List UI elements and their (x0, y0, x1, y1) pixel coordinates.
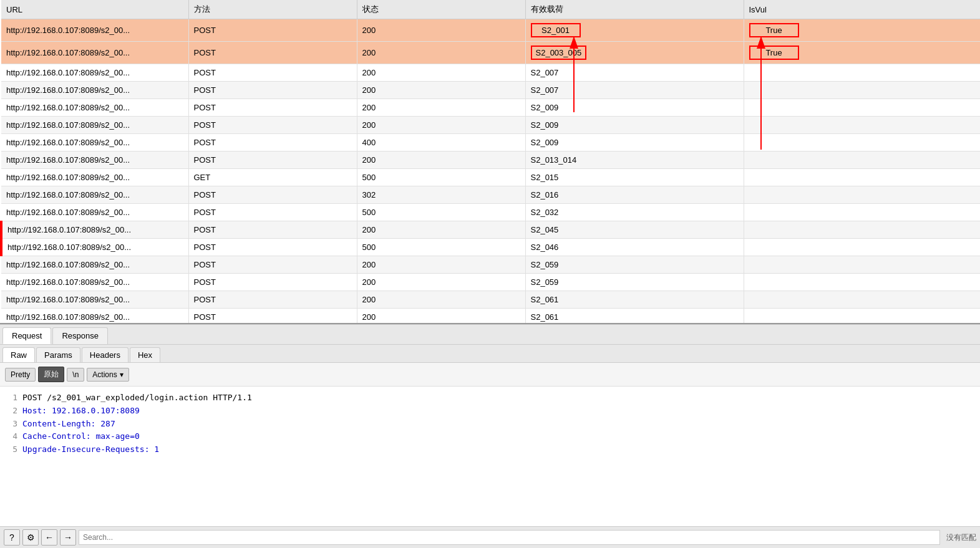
cell-payload: S2_045 (525, 221, 744, 239)
cell-status: 200 (357, 151, 525, 169)
cell-method: POST (188, 151, 357, 169)
cell-url: http://192.168.0.107:8089/s2_00... (1, 204, 188, 221)
subtab-raw[interactable]: Raw (2, 347, 35, 362)
cell-status: 200 (357, 117, 525, 134)
cell-isvul (744, 221, 980, 239)
content-line: 1POST /s2_001_war_exploded/login.action … (6, 392, 974, 405)
table-row[interactable]: http://192.168.0.107:8089/s2_00...POST20… (1, 274, 980, 291)
actions-label: Actions (92, 370, 117, 379)
table-row[interactable]: http://192.168.0.107:8089/s2_00...POST50… (1, 239, 980, 256)
table-row[interactable]: http://192.168.0.107:8089/s2_00...POST20… (1, 309, 980, 325)
col-status: 状态 (357, 0, 525, 19)
search-input[interactable] (79, 530, 940, 545)
bottom-toolbar: ? ⚙ ← → 没有匹配 (0, 526, 980, 548)
back-button[interactable]: ← (41, 529, 57, 546)
col-url: URL (1, 0, 188, 19)
cell-isvul (744, 134, 980, 151)
cell-status: 200 (357, 256, 525, 274)
cell-method: POST (188, 186, 357, 204)
content-line: 2Host: 192.168.0.107:8089 (6, 405, 974, 418)
cell-payload: S2_059 (525, 274, 744, 291)
cell-method: POST (188, 82, 357, 99)
cell-isvul (744, 169, 980, 186)
help-button[interactable]: ? (4, 529, 20, 546)
cell-url: http://192.168.0.107:8089/s2_00... (1, 309, 188, 325)
cell-url: http://192.168.0.107:8089/s2_00... (1, 117, 188, 134)
table-row[interactable]: http://192.168.0.107:8089/s2_00...POST20… (1, 42, 980, 64)
tab-response[interactable]: Response (52, 327, 108, 344)
cell-payload: S2_061 (525, 291, 744, 309)
cell-isvul (744, 151, 980, 169)
cell-status: 200 (357, 274, 525, 291)
table-row[interactable]: http://192.168.0.107:8089/s2_00...POST20… (1, 151, 980, 169)
actions-button[interactable]: Actions ▾ (87, 368, 129, 382)
cell-status: 400 (357, 134, 525, 151)
toolbar-bar: Pretty 原始 \n Actions ▾ (0, 363, 980, 387)
cell-isvul (744, 291, 980, 309)
cell-method: GET (188, 169, 357, 186)
forward-button[interactable]: → (60, 529, 76, 546)
actions-arrow-icon: ▾ (120, 370, 124, 379)
cell-status: 200 (357, 82, 525, 99)
cell-status: 500 (357, 239, 525, 256)
cell-isvul (744, 64, 980, 82)
col-isvul: IsVul (744, 0, 980, 19)
cell-url: http://192.168.0.107:8089/s2_00... (1, 42, 188, 64)
cell-method: POST (188, 256, 357, 274)
cell-url: http://192.168.0.107:8089/s2_00... (1, 256, 188, 274)
table-row[interactable]: http://192.168.0.107:8089/s2_00...POST20… (1, 64, 980, 82)
table-row[interactable]: http://192.168.0.107:8089/s2_00...POST20… (1, 82, 980, 99)
cell-url: http://192.168.0.107:8089/s2_00... (1, 221, 188, 239)
cell-method: POST (188, 221, 357, 239)
subtab-hex[interactable]: Hex (130, 347, 160, 362)
cell-isvul (744, 117, 980, 134)
cell-url: http://192.168.0.107:8089/s2_00... (1, 134, 188, 151)
cell-status: 200 (357, 291, 525, 309)
cell-payload: S2_009 (525, 117, 744, 134)
col-method: 方法 (188, 0, 357, 19)
cell-payload: S2_061 (525, 309, 744, 325)
table-row[interactable]: http://192.168.0.107:8089/s2_00...POST20… (1, 19, 980, 42)
table-row[interactable]: http://192.168.0.107:8089/s2_00...POST20… (1, 99, 980, 117)
cell-status: 200 (357, 221, 525, 239)
cell-status: 200 (357, 64, 525, 82)
request-table[interactable]: URL 方法 状态 有效载荷 IsVul http://192.168.0.10… (0, 0, 980, 324)
cell-isvul (744, 99, 980, 117)
cell-method: POST (188, 99, 357, 117)
cell-status: 200 (357, 19, 525, 42)
cell-url: http://192.168.0.107:8089/s2_00... (1, 19, 188, 42)
table-row[interactable]: http://192.168.0.107:8089/s2_00...GET500… (1, 169, 980, 186)
settings-button[interactable]: ⚙ (22, 529, 39, 546)
cell-url: http://192.168.0.107:8089/s2_00... (1, 64, 188, 82)
table-row[interactable]: http://192.168.0.107:8089/s2_00...POST20… (1, 256, 980, 274)
pretty-button[interactable]: Pretty (5, 368, 36, 382)
subtab-params[interactable]: Params (36, 347, 80, 362)
subtab-headers[interactable]: Headers (82, 347, 129, 362)
cell-isvul (744, 239, 980, 256)
table-row[interactable]: http://192.168.0.107:8089/s2_00...POST20… (1, 117, 980, 134)
cell-method: POST (188, 64, 357, 82)
cell-payload: S2_001 (525, 19, 744, 42)
table-row[interactable]: http://192.168.0.107:8089/s2_00...POST20… (1, 221, 980, 239)
bottom-panel: Request Response Raw Params Headers Hex … (0, 324, 980, 548)
table-row[interactable]: http://192.168.0.107:8089/s2_00...POST20… (1, 291, 980, 309)
tab-request[interactable]: Request (2, 327, 51, 344)
cell-isvul (744, 274, 980, 291)
cell-url: http://192.168.0.107:8089/s2_00... (1, 169, 188, 186)
in-button[interactable]: \n (67, 368, 84, 382)
cell-isvul (744, 256, 980, 274)
cell-method: POST (188, 291, 357, 309)
cell-payload: S2_059 (525, 256, 744, 274)
cell-isvul (744, 186, 980, 204)
cell-isvul (744, 309, 980, 325)
table-row[interactable]: http://192.168.0.107:8089/s2_00...POST30… (1, 186, 980, 204)
table-row[interactable]: http://192.168.0.107:8089/s2_00...POST50… (1, 204, 980, 221)
content-line: 4Cache-Control: max-age=0 (6, 430, 974, 443)
cell-url: http://192.168.0.107:8089/s2_00... (1, 274, 188, 291)
table-row[interactable]: http://192.168.0.107:8089/s2_00...POST40… (1, 134, 980, 151)
cell-isvul: True (744, 42, 980, 64)
subtab-bar: Raw Params Headers Hex (0, 345, 980, 363)
cell-status: 500 (357, 169, 525, 186)
raw-button[interactable]: 原始 (38, 367, 64, 382)
cell-method: POST (188, 117, 357, 134)
